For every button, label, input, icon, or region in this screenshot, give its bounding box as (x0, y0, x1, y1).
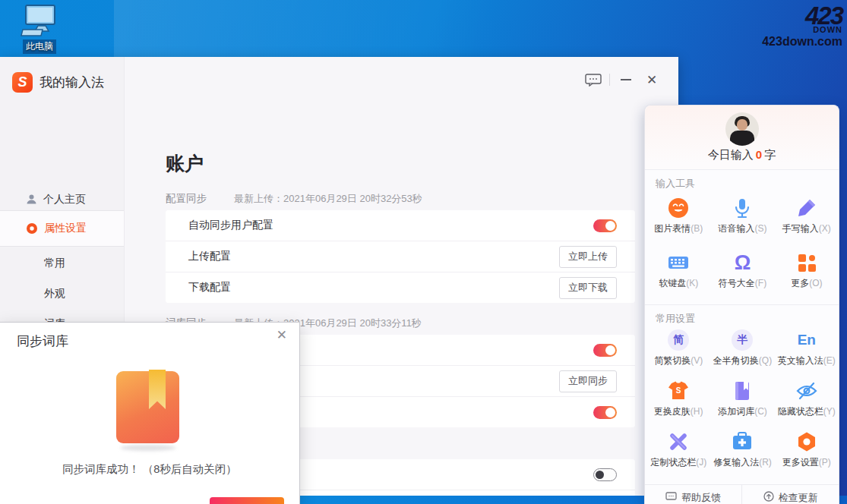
desktop-icon-label: 此电脑 (23, 39, 56, 54)
panel-item-more-settings[interactable]: 更多设置(P) (775, 429, 839, 477)
desktop-icon-this-pc[interactable]: 此电脑 (11, 5, 68, 54)
panel-item-english-ime[interactable]: En 英文输入法(E) (775, 327, 839, 376)
person-icon (26, 194, 37, 205)
section-meta: 最新上传：2021年06月29日 20时32分53秒 (234, 192, 422, 206)
panel-item-simplified-traditional[interactable]: 简 简繁切换(V) (646, 327, 710, 376)
panel-item-voice[interactable]: 语音输入(S) (710, 195, 774, 244)
group-label-input-tools: 输入工具 (656, 177, 695, 191)
panel-item-add-lexicon[interactable]: 添加词库(C) (710, 378, 774, 427)
titlebar-separator (609, 74, 610, 86)
feedback-bubble-icon[interactable] (580, 69, 606, 90)
en-icon: En (798, 327, 816, 353)
ban-badge-icon: 半 (732, 329, 753, 351)
sidebar-item-common[interactable]: 常用 (0, 253, 168, 274)
panel-divider (645, 304, 839, 305)
panel-item-hide-statusbar[interactable]: 隐藏状态栏(Y) (775, 378, 839, 427)
sync-now-button[interactable]: 立即同步 (559, 370, 617, 392)
app-logo-row: S 我的输入法 (12, 72, 104, 93)
watermark-logo-sub: DOWN (744, 26, 842, 34)
panel-item-emoji[interactable]: 图片表情(B) (646, 195, 710, 244)
avatar[interactable] (725, 112, 759, 146)
wallpaper-light-streak (114, 0, 691, 59)
row-label: 自动同步用户配置 (188, 219, 273, 232)
dialog-message: 同步词库成功！ （8秒后自动关闭） (0, 462, 299, 477)
eye-off-icon (795, 378, 818, 404)
svg-text:S: S (676, 386, 681, 395)
auto-sync-config-toggle[interactable] (593, 219, 617, 232)
help-feedback-button[interactable]: 帮助反馈 (645, 485, 741, 504)
panel-item-symbols[interactable]: Ω 符号大全(F) (710, 250, 774, 298)
watermark: 423 DOWN 423down.com (744, 3, 842, 48)
book-shadow (120, 445, 176, 451)
panel-item-more-tools[interactable]: 更多(O) (775, 250, 839, 298)
sidebar-divider (0, 246, 124, 247)
lexicon-book-icon (116, 371, 179, 443)
sidebar-item-appearance[interactable]: 外观 (0, 283, 168, 304)
microphone-icon (731, 195, 754, 221)
panel-item-softkeyboard[interactable]: 软键盘(K) (646, 250, 710, 298)
lexicon-option-toggle[interactable] (593, 406, 617, 419)
dialog-confirm-button[interactable] (210, 497, 284, 504)
pencil-icon (795, 195, 818, 221)
app-title: 我的输入法 (40, 74, 104, 91)
today-count: 0 (754, 148, 764, 161)
sync-lexicon-dialog: 同步词库 ✕ 同步词库成功！ （8秒后自动关闭） (0, 322, 300, 504)
group-label-common-settings: 常用设置 (656, 312, 695, 326)
nut-icon (796, 429, 817, 455)
more-grid-icon (796, 250, 817, 276)
section-header-config-sync: 配置同步 最新上传：2021年06月29日 20时32分53秒 (166, 192, 422, 206)
row-label: 下载配置 (188, 281, 231, 295)
watermark-site: 423down.com (744, 36, 842, 48)
panel-header: 今日输入0字 (645, 106, 839, 169)
emoji-icon (667, 195, 690, 221)
today-input-stat: 今日输入0字 (645, 148, 839, 162)
dialog-title: 同步词库 (17, 332, 68, 350)
gear-icon (26, 222, 38, 235)
screen: 此电脑 423 DOWN 423down.com ✕ (0, 0, 847, 504)
panel-item-repair-ime[interactable]: 修复输入法(R) (710, 429, 774, 477)
check-update-button[interactable]: 检查更新 (741, 485, 839, 504)
option-toggle-off[interactable] (593, 468, 617, 481)
jian-badge-icon: 简 (668, 329, 689, 351)
firstaid-icon (731, 429, 754, 455)
feedback-icon (665, 492, 677, 504)
upload-config-button[interactable]: 立即上传 (559, 246, 617, 268)
sidebar-item-label: 常用 (44, 257, 65, 270)
tshirt-icon: S (667, 378, 690, 404)
tools-icon (667, 429, 690, 455)
panel-item-fullhalf-width[interactable]: 半 全半角切换(Q) (710, 327, 774, 376)
setting-row: 上传配置 立即上传 (166, 241, 635, 272)
update-icon (763, 491, 774, 504)
sidebar-item-label: 外观 (44, 287, 65, 301)
omega-icon: Ω (735, 250, 751, 276)
panel-item-customize-statusbar[interactable]: 定制状态栏(J) (646, 429, 710, 477)
panel-footer: 帮助反馈 检查更新 (645, 484, 839, 504)
panel-divider (645, 169, 839, 170)
sogou-logo-icon: S (12, 72, 33, 93)
setting-row: 自动同步用户配置 (166, 210, 635, 241)
quick-tool-panel: 今日输入0字 输入工具 图片表情(B) 语音输入(S) (644, 105, 839, 504)
row-label: 上传配置 (188, 250, 231, 263)
minimize-button[interactable] (613, 69, 639, 90)
sidebar-item-label: 属性设置 (44, 222, 87, 235)
section-label: 配置同步 (166, 192, 207, 206)
page-title: 账户 (166, 151, 204, 176)
sidebar-item-home[interactable]: 个人主页 (0, 188, 124, 210)
download-config-button[interactable]: 立即下载 (559, 277, 617, 299)
dialog-close-icon[interactable]: ✕ (272, 326, 292, 345)
setting-row: 下载配置 立即下载 (166, 272, 635, 303)
sidebar-item-label: 个人主页 (43, 193, 86, 206)
book-icon (732, 378, 753, 404)
keyboard-icon (667, 250, 690, 276)
sidebar-item-settings[interactable]: 属性设置 (0, 211, 124, 246)
computer-icon (11, 5, 68, 38)
panel-item-handwriting[interactable]: 手写输入(X) (775, 195, 839, 244)
auto-sync-lexicon-toggle[interactable] (593, 344, 617, 357)
panel-item-change-skin[interactable]: S 更换皮肤(H) (646, 378, 710, 427)
config-sync-card: 自动同步用户配置 上传配置 立即上传 下载配置 立即下载 (166, 210, 635, 303)
close-button[interactable]: ✕ (639, 69, 665, 90)
